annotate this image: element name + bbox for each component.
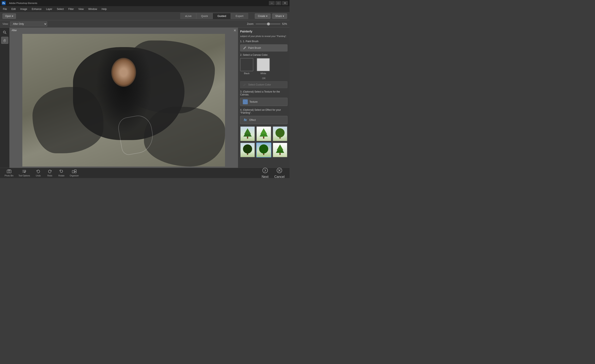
svg-point-2	[244, 48, 244, 49]
view-select[interactable]: After Only Before Only Before & After (H…	[10, 21, 47, 27]
effect-thumb-1[interactable]	[240, 126, 255, 141]
app-icon: Ps	[2, 1, 6, 5]
step2-label: 2. Select a Canvas Color.	[240, 54, 287, 56]
color-black-option[interactable]: Black	[240, 58, 253, 75]
undo-icon	[36, 169, 41, 174]
rotate-icon	[59, 169, 64, 174]
menu-select[interactable]: Select	[55, 7, 66, 11]
svg-rect-12	[74, 172, 76, 173]
share-label: Share	[275, 15, 282, 18]
effect-thumb-4[interactable]	[240, 143, 255, 158]
share-button[interactable]: Share ▾	[272, 14, 287, 19]
custom-color-label: Select Custom Color	[248, 83, 271, 86]
redo-label: Redo	[47, 175, 52, 177]
open-dropdown-icon: ▾	[12, 15, 13, 18]
texture-button[interactable]: Texture	[240, 98, 287, 106]
open-button[interactable]: Open ▾	[2, 14, 16, 19]
undo-button[interactable]: Undo	[33, 169, 44, 178]
texture-icon	[243, 99, 248, 104]
svg-point-7	[8, 171, 10, 172]
zoom-slider[interactable]	[256, 24, 280, 24]
svg-rect-6	[8, 170, 11, 170]
bottombar: Photo Bin Tool Options Undo	[0, 168, 290, 178]
canvas-label: After	[12, 29, 17, 32]
photo-bin-button[interactable]: Photo Bin	[2, 169, 15, 178]
menu-enhance[interactable]: Enhance	[29, 7, 43, 11]
paint-brush-label: Paint Brush	[248, 47, 261, 49]
main-area: After ✕	[0, 28, 290, 168]
menu-image[interactable]: Image	[18, 7, 29, 11]
effect-thumb-2[interactable]	[256, 126, 271, 141]
organizer-icon	[72, 169, 77, 174]
minimize-button[interactable]: ─	[269, 1, 275, 5]
menu-window[interactable]: Window	[86, 7, 99, 11]
top-right-buttons: Create ▾ Share ▾	[255, 14, 287, 19]
next-icon	[262, 168, 268, 175]
svg-point-13	[263, 168, 268, 173]
paint-brush-icon	[243, 46, 247, 50]
redo-icon	[48, 169, 52, 174]
tab-guided[interactable]: Guided	[212, 13, 231, 19]
canvas-area: After ✕	[9, 28, 238, 168]
menu-filter[interactable]: Filter	[66, 7, 76, 11]
custom-color-icon	[243, 83, 247, 87]
canvas-close-button[interactable]: ✕	[234, 28, 236, 32]
svg-point-0	[3, 31, 5, 33]
close-button[interactable]: ✕	[282, 1, 288, 5]
paint-brush-button[interactable]: Paint Brush	[240, 44, 287, 51]
black-swatch	[240, 58, 253, 71]
mode-tabs: eLive Quick Guided Expert	[180, 13, 248, 19]
white-swatch	[257, 58, 270, 71]
tool-options-label: Tool Options	[18, 175, 30, 177]
create-button[interactable]: Create ▾	[255, 14, 270, 19]
person-head	[111, 58, 136, 87]
color-options: Black White	[240, 58, 287, 75]
menu-layer[interactable]: Layer	[44, 7, 54, 11]
effect-button[interactable]: fx Effect	[240, 116, 287, 124]
texture-label: Texture	[249, 100, 257, 103]
tool-options-icon	[22, 169, 27, 174]
tab-quick[interactable]: Quick	[196, 13, 212, 19]
organizer-label: Organizer	[70, 175, 79, 177]
search-tool-button[interactable]	[1, 29, 8, 36]
fx-icon: fx	[243, 117, 248, 123]
open-label: Open	[5, 15, 11, 18]
maximize-button[interactable]: □	[276, 1, 281, 5]
effect-thumb-6[interactable]	[273, 143, 287, 158]
next-label: Next	[262, 175, 269, 178]
tab-elive[interactable]: eLive	[180, 13, 196, 19]
cancel-button[interactable]: Cancel	[272, 167, 287, 178]
next-button[interactable]: Next	[259, 167, 271, 178]
step3-label: 3. (Optional) Select a Texture for the C…	[240, 90, 287, 96]
white-color-name: White	[260, 72, 266, 75]
app-title: Adobe Photoshop Elements	[9, 2, 37, 4]
organizer-button[interactable]: Organizer	[68, 169, 81, 178]
menu-file[interactable]: File	[1, 7, 9, 11]
tab-expert[interactable]: Expert	[231, 13, 248, 19]
hand-tool-button[interactable]	[1, 37, 8, 44]
or-divider: OR	[240, 77, 287, 80]
custom-color-button[interactable]: Select Custom Color	[240, 81, 287, 88]
effect-thumbnails	[240, 126, 287, 158]
menu-edit[interactable]: Edit	[9, 7, 18, 11]
effect-thumb-3[interactable]	[273, 126, 287, 141]
menu-help[interactable]: Help	[99, 7, 109, 11]
tool-options-button[interactable]: Tool Options	[16, 169, 32, 178]
left-toolbar	[0, 28, 9, 168]
redo-button[interactable]: Redo	[44, 169, 55, 178]
color-white-option[interactable]: White	[257, 58, 270, 75]
rotate-button[interactable]: Rotate	[56, 169, 67, 178]
paint-splatter-4	[144, 107, 225, 166]
menu-view[interactable]: View	[76, 7, 86, 11]
photo-bin-label: Photo Bin	[5, 175, 14, 177]
effect-thumb-5[interactable]	[256, 143, 271, 158]
svg-point-8	[25, 171, 26, 172]
cancel-label: Cancel	[274, 175, 284, 178]
zoom-section: Zoom: 52%	[247, 22, 287, 25]
photo-bin-icon	[7, 169, 11, 174]
zoom-display: 52%	[282, 22, 287, 25]
menubar: File Edit Image Enhance Layer Select Fil…	[0, 6, 290, 12]
step4-label: 4. (Optional) Select an Effect for your …	[240, 109, 287, 114]
create-label: Create	[258, 15, 265, 18]
topbar: Open ▾ eLive Quick Guided Expert Create …	[0, 12, 290, 20]
